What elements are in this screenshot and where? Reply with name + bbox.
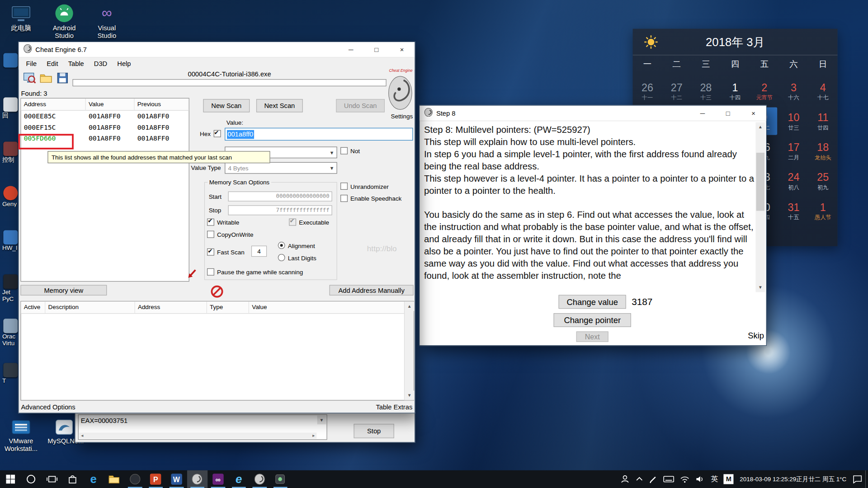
cheat-engine-taskbar-icon-2[interactable] [249, 470, 270, 488]
search-button[interactable] [21, 470, 42, 488]
running-app-icon[interactable] [270, 470, 291, 488]
scroll-up-icon[interactable]: ▲ [755, 122, 765, 132]
calendar-day-cell[interactable]: 11 廿四 [808, 106, 838, 136]
table-extras-link[interactable]: Table Extras [376, 404, 412, 411]
column-header[interactable]: Active [21, 301, 46, 313]
desktop-icon-visual-studio-2013[interactable]: ∞ Visual Studio 2013 [90, 2, 123, 47]
advanced-options-link[interactable]: Advanced Options [21, 404, 75, 411]
hex-option[interactable]: Hex [200, 130, 221, 137]
calendar-day-cell[interactable]: 1 愚人节 [808, 196, 838, 225]
save-button[interactable] [55, 71, 70, 85]
scroll-down-icon[interactable]: ▼ [755, 283, 765, 292]
copyonwrite-checkbox[interactable] [207, 231, 214, 238]
desktop-icon-android-studio[interactable]: Android Studio [47, 2, 80, 40]
dark-app-icon[interactable] [125, 470, 146, 488]
tray-chevron-icon[interactable] [633, 470, 646, 488]
powerpoint-icon[interactable]: P [145, 470, 166, 488]
menu-item[interactable]: Help [112, 59, 136, 69]
keyboard-icon[interactable] [660, 470, 677, 488]
next-button[interactable]: Next [576, 331, 609, 342]
horizontal-scrollbar[interactable]: ◄ ► [79, 433, 316, 439]
no-entry-icon[interactable] [211, 286, 223, 298]
not-option[interactable]: Not [340, 147, 360, 155]
memory-view-button[interactable]: Memory view [20, 285, 107, 296]
stop-button[interactable]: Stop [354, 424, 394, 438]
fast-scan-checkbox[interactable] [207, 249, 214, 256]
menu-item[interactable]: File [21, 59, 42, 69]
minimize-button[interactable]: ─ [690, 106, 715, 121]
register-listbox[interactable]: EAX=00003751 ▼ ◄ ► [78, 414, 327, 440]
writable-checkbox[interactable] [207, 219, 214, 226]
cheat-engine-taskbar-icon[interactable] [187, 470, 208, 488]
show-desktop-button[interactable] [865, 470, 868, 488]
taskbar-clock[interactable]: 2018-03-09 12:25:29 正月廿二 周五 1°C [736, 470, 850, 488]
last-digits-option[interactable]: Last Digits [278, 254, 316, 261]
column-header[interactable]: Type [207, 301, 249, 313]
address-table[interactable]: Active Description Address Type Value ▲ … [20, 301, 414, 400]
pause-game-option[interactable]: Pause the game while scanning [207, 268, 303, 276]
last-digits-radio[interactable] [278, 254, 285, 261]
not-checkbox[interactable] [340, 147, 348, 155]
add-address-manually-button[interactable]: Add Address Manually [330, 285, 414, 296]
calendar-day-cell[interactable]: 2 元宵节 [750, 76, 779, 106]
menu-item[interactable]: Edit [42, 59, 63, 69]
people-icon[interactable] [618, 470, 633, 488]
calendar-day-cell[interactable]: 17 二月 [779, 136, 808, 166]
calendar-day-cell[interactable]: 27 十二 [662, 76, 691, 106]
fast-scan-alignment-input[interactable]: 4 [251, 246, 267, 257]
copyonwrite-option[interactable]: CopyOnWrite [207, 231, 254, 238]
scan-results-header[interactable]: Address Value Previous [21, 99, 189, 111]
speedhack-checkbox[interactable] [340, 195, 348, 202]
desktop-icon-this-pc[interactable]: 此电脑 [5, 2, 38, 32]
column-header[interactable]: Value [86, 99, 135, 110]
visual-studio-icon[interactable]: ∞ [208, 470, 228, 488]
column-header[interactable]: Value [249, 301, 414, 313]
ie-icon[interactable]: e [228, 470, 249, 488]
select-process-button[interactable] [22, 71, 37, 85]
word-icon[interactable]: W [166, 470, 187, 488]
new-scan-button[interactable]: New Scan [203, 99, 250, 112]
chevron-down-icon[interactable]: ▼ [317, 416, 326, 425]
maximize-button[interactable]: □ [363, 42, 389, 57]
vertical-scrollbar[interactable]: ▲ ▼ [404, 301, 414, 400]
scrollbar-thumb[interactable] [756, 153, 764, 211]
edge-icon[interactable]: e [83, 470, 104, 488]
undo-scan-button[interactable]: Undo Scan [336, 99, 385, 112]
column-header[interactable]: Address [21, 99, 86, 110]
close-button[interactable]: × [389, 42, 415, 57]
close-button[interactable]: × [741, 106, 766, 121]
scroll-up-icon[interactable]: ▲ [405, 301, 414, 311]
scan-result-row[interactable]: 000EE85C 001A8FF0 001A8FF0 [21, 111, 189, 122]
column-header[interactable]: Address [135, 301, 207, 313]
calendar-day-cell[interactable]: 1 十四 [721, 76, 750, 106]
step8-titlebar[interactable]: Step 8 ─ □ × [420, 106, 766, 121]
alignment-radio[interactable] [278, 242, 285, 249]
network-icon[interactable] [677, 470, 693, 488]
value-type-dropdown[interactable]: 4 Bytes ▼ [225, 162, 337, 174]
scan-value-input[interactable]: 001a8ff0 [225, 128, 413, 141]
column-header[interactable]: Previous [135, 99, 189, 110]
calendar-day-cell[interactable]: 10 廿三 [779, 106, 808, 136]
unrandomizer-option[interactable]: Unrandomizer [340, 183, 389, 190]
calendar-day-cell[interactable]: 4 十七 [808, 76, 838, 106]
pause-game-checkbox[interactable] [207, 268, 214, 276]
change-pointer-button[interactable]: Change pointer [553, 313, 631, 327]
settings-link[interactable]: Settings [391, 113, 413, 120]
alignment-option[interactable]: Alignment [278, 242, 315, 249]
file-explorer-icon[interactable] [104, 470, 125, 488]
speedhack-option[interactable]: Enable Speedhack [340, 195, 401, 202]
open-file-button[interactable] [39, 71, 53, 85]
ime-indicator[interactable]: M [721, 470, 736, 488]
fast-scan-option[interactable]: Fast Scan [207, 249, 245, 256]
volume-icon[interactable] [693, 470, 708, 488]
red-arrow-icon[interactable] [187, 268, 198, 282]
executable-option[interactable]: Executable [289, 219, 329, 226]
scroll-left-icon[interactable]: ◄ [80, 434, 84, 438]
language-indicator[interactable]: 英 [708, 470, 721, 488]
minimize-button[interactable]: ─ [338, 42, 363, 57]
scan-stop-input[interactable]: 7fffffffffffffff [228, 205, 332, 215]
scroll-right-icon[interactable]: ► [311, 434, 315, 438]
desktop-icon-vmware[interactable]: VMware Workstati... [5, 415, 38, 452]
change-value-button[interactable]: Change value [559, 295, 626, 309]
ce-titlebar[interactable]: Cheat Engine 6.7 ─ □ × [19, 42, 415, 57]
